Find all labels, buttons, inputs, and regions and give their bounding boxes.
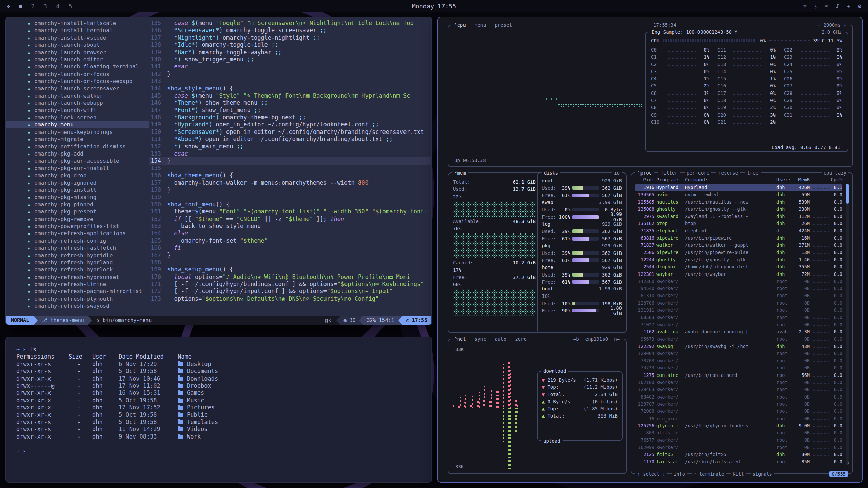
process-row[interactable]: 102099kworker/root0B0.0 xyxy=(635,444,842,451)
file-item[interactable]: ✱omarchy-refresh-applications xyxy=(6,230,149,237)
code-line[interactable]: 141 esac xyxy=(149,63,431,70)
file-item[interactable]: ✱omarchy-launch-browser xyxy=(6,49,149,56)
workspace-number[interactable]: 2 xyxy=(31,3,35,10)
file-item[interactable]: ✱omarchy-launch-screensaver xyxy=(6,85,149,92)
code-line[interactable]: 153 esac xyxy=(149,150,431,157)
proc-column-header[interactable]: Pid: xyxy=(635,176,654,183)
system-tray[interactable]: ⇄ᛒ⌨♪✦⚙ xyxy=(803,3,861,9)
process-row[interactable]: 2125fcitx5/usr/bin/fcitx5dhh30M0.0 xyxy=(635,451,842,458)
code-line[interactable]: 166 fi xyxy=(149,244,431,251)
file-item[interactable]: ✱omarchy-pkg-remove xyxy=(6,216,149,223)
disks-title[interactable]: disks xyxy=(542,170,560,176)
process-row[interactable]: 16rcu_preeroot0B0.0 xyxy=(635,415,842,422)
file-item[interactable]: ✱omarchy-migrate xyxy=(6,136,149,143)
code-line[interactable]: 154} xyxy=(149,157,431,164)
code-line[interactable]: 171 [ -f ~/.config/hypr/bindings.conf ] … xyxy=(149,281,431,288)
process-row[interactable]: 76577kworker/root0B0.0 xyxy=(635,436,842,444)
io-button[interactable]: io xyxy=(612,170,622,176)
process-scrollbar[interactable] xyxy=(846,184,849,465)
process-row[interactable]: 94540kworker/root0B0.0 xyxy=(635,285,842,292)
code-line[interactable]: 139 *Bar*) omarchy-toggle-waybar ;; xyxy=(149,49,431,56)
workspace-number[interactable]: 5 xyxy=(68,3,72,10)
code-line[interactable]: 140 *) show_trigger_menu ;; xyxy=(149,56,431,63)
code-line[interactable]: 170 local options="♪ Audio\n✱ Wifi\nᛒ Bl… xyxy=(149,273,431,281)
code-line[interactable]: 162 if [[ "$theme" == "CNCLD" || -z "$th… xyxy=(149,216,431,223)
process-row[interactable]: 2506pipewire/usr/bin/pipewire-pulsedhh13… xyxy=(635,249,842,256)
sync-button[interactable]: sync xyxy=(473,336,488,342)
process-row[interactable]: 68583kworker/root0B0.0 xyxy=(635,314,842,321)
code-line[interactable]: 155 xyxy=(149,165,431,172)
process-row[interactable]: 131911kworker/root0B0.0 xyxy=(635,307,842,314)
scroll-down-icon[interactable]: ↓ xyxy=(847,460,850,465)
code-line[interactable]: 151 *About*) open_in_editor ~/.config/om… xyxy=(149,136,431,143)
mem-tab[interactable]: ²mem xyxy=(452,170,468,176)
proc-column-header[interactable]: Program: xyxy=(656,176,683,183)
workspace-icon[interactable]: ❖ xyxy=(7,3,10,9)
kill-button[interactable]: Kill xyxy=(731,471,746,477)
process-row[interactable]: 71835elephantelephantd424M0.0 xyxy=(635,227,842,235)
process-row[interactable]: 102100kworker/root0B0.0 xyxy=(635,379,842,386)
code-line[interactable]: 147 *Font*) show_font_menu ;; xyxy=(149,107,431,114)
code-line[interactable]: 148 *Background*) omarchy-theme-bg-next … xyxy=(149,114,431,121)
code-line[interactable]: 156show_theme_menu() { xyxy=(149,172,431,179)
file-item[interactable]: ✱omarchy-launch-webapp xyxy=(6,99,149,106)
file-item[interactable]: ✱omarchy-powerprofiles-list xyxy=(6,223,149,230)
code-line[interactable]: 137 *Nightlight*) omarchy-toggle-nightli… xyxy=(149,34,431,41)
code-line[interactable]: 161 theme=$(menu "Font" "$(omarchy-font-… xyxy=(149,208,431,215)
process-row[interactable]: 1170tailscal/usr/sbin/tailscaled --root8… xyxy=(635,458,842,465)
file-item[interactable]: ✱omarchy-refresh-fastfetch xyxy=(6,244,149,251)
code-line[interactable]: 145 case $(menu "Style" "✎ Theme\nƒ Font… xyxy=(149,92,431,99)
code-line[interactable]: 136 *Screensaver*) omarchy-toggle-screen… xyxy=(149,27,431,34)
process-row[interactable]: 134565nvimnvim --embed .dhh59M0.0 xyxy=(635,191,842,198)
proc-column-header[interactable]: Cpu% xyxy=(831,176,842,183)
file-item[interactable]: ✱omarchy-pkg-missing xyxy=(6,194,149,201)
code-line[interactable]: 163 back_to show_style_menu xyxy=(149,223,431,230)
code-line[interactable]: 142} xyxy=(149,70,431,78)
menu-button[interactable]: menu xyxy=(473,22,488,28)
file-item[interactable]: ✱omarchy-refresh-config xyxy=(6,237,149,244)
code-line[interactable]: 158} xyxy=(149,186,431,194)
iface-next-button[interactable]: n→ xyxy=(612,336,622,342)
code-line[interactable]: 165 omarchy-font-set "$theme" xyxy=(149,237,431,244)
file-item[interactable]: ✱omarchy-menu xyxy=(6,121,149,128)
terminate-button[interactable]: ⏎ terminate xyxy=(692,471,726,477)
file-item[interactable]: ✱omarchy-pkg-aur-install xyxy=(6,165,149,172)
process-row[interactable]: 71837walker/usr/bin/walker --gappldhh371… xyxy=(635,242,842,249)
code-line[interactable]: 157 omarchy-launch-walker -m menus:omarc… xyxy=(149,179,431,186)
process-row[interactable]: 95673kworker/root0B0.0 xyxy=(635,336,842,343)
file-item[interactable]: ✱omarchy-launch-walker xyxy=(6,92,149,99)
file-item[interactable]: ✱omarchy-pkg-add xyxy=(6,150,149,157)
file-list-pane[interactable]: ✱omarchy-install-tailscale✱omarchy-insta… xyxy=(6,17,149,316)
process-row[interactable]: 81310kworker/root0B0.0 xyxy=(635,292,842,299)
code-line[interactable]: 168 xyxy=(149,259,431,266)
code-line[interactable]: 152 *) show_main_menu ;; xyxy=(149,143,431,150)
proc-column-header[interactable]: User: xyxy=(776,176,792,183)
file-item[interactable]: ✱omarchy-pkg-drop xyxy=(6,172,149,179)
file-item[interactable]: ✱omarchy-refresh-hyprlock xyxy=(6,266,149,273)
process-row[interactable]: 73703kworker/root0B0.0 xyxy=(635,357,842,364)
per-core-button[interactable]: per-core xyxy=(685,170,711,176)
code-line[interactable]: 150 *Screensaver*) open_in_editor ~/.con… xyxy=(149,128,431,136)
auto-button[interactable]: auto xyxy=(493,336,508,342)
process-row[interactable]: 12244ghostty/usr/bin/ghostty --gtk-dhh1.… xyxy=(635,256,842,263)
refresh-interval[interactable]: - 2000ms + xyxy=(816,22,848,28)
select-keys[interactable]: ↑ select ↓ xyxy=(635,471,667,477)
file-item[interactable]: ✱omarchy-launch-floating-terminal- xyxy=(6,63,149,70)
file-item[interactable]: ✱omarchy-notification-dismiss xyxy=(6,143,149,150)
file-item[interactable]: ✱omarchy-refresh-hypridle xyxy=(6,252,149,259)
filter-button[interactable]: filter xyxy=(658,170,680,176)
code-line[interactable]: 160show_font_menu() { xyxy=(149,201,431,208)
file-item[interactable]: ✱omarchy-install-tailscale xyxy=(6,20,149,27)
file-item[interactable]: ✱omarchy-lock-screen xyxy=(6,114,149,121)
code-pane[interactable]: 135 case $(menu "Toggle" "▢ Screensaver\… xyxy=(149,17,431,316)
process-row[interactable]: 1162avahi-daavahi-daemon: running [avahi… xyxy=(635,328,842,336)
file-item[interactable]: ✱omarchy-menu-keybindings xyxy=(6,128,149,136)
workspace-icon[interactable]: ■ xyxy=(19,3,22,9)
net-tab[interactable]: ³net xyxy=(452,336,468,342)
process-row[interactable]: 72088kworker/root0B0.0 xyxy=(635,408,842,415)
settings-icon[interactable]: ⚙ xyxy=(858,3,861,9)
process-row[interactable]: 71027kworker/root0B0.0 xyxy=(635,321,842,328)
process-row[interactable]: 63816pipewire/usr/bin/pipewiredhh16M0.0 xyxy=(635,235,842,242)
process-row[interactable]: 803btrfs-trroot0B0.0 xyxy=(635,429,842,436)
process-row[interactable]: 2544dropbox/home/dhh/.dropbox-distdhh355… xyxy=(635,263,842,270)
